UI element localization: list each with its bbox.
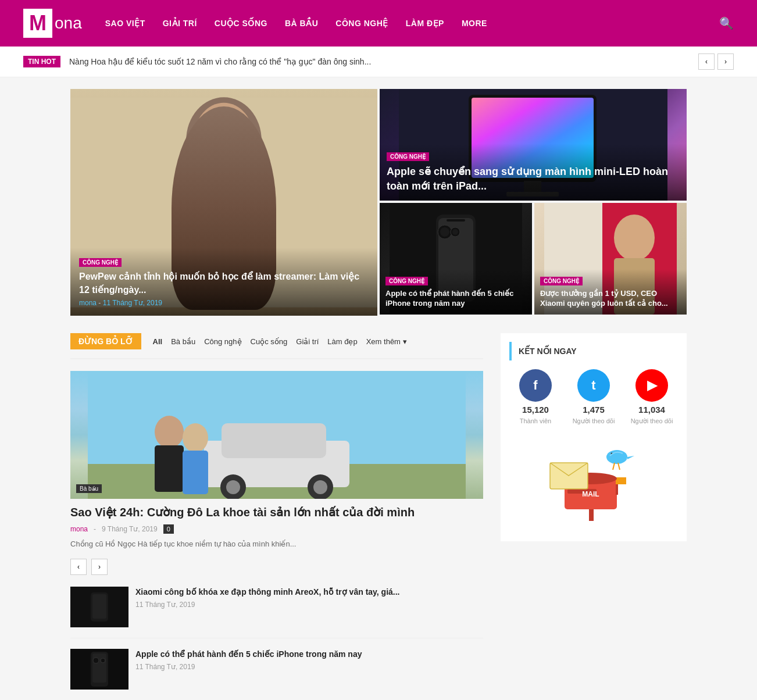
main-article-excerpt: Chồng cũ Hồ Ngọc Hà tiếp tục khoe niềm t… bbox=[70, 538, 483, 550]
svg-point-18 bbox=[452, 229, 458, 235]
mail-svg: MAIL bbox=[547, 445, 640, 521]
article-img-svg-1 bbox=[70, 587, 128, 627]
featured-grid: CÔNG NGHỆ PewPew cảnh tỉnh hội muốn bỏ h… bbox=[70, 89, 687, 316]
dont-miss-title: ĐỪNG BỎ LỠ bbox=[70, 333, 141, 349]
svg-point-30 bbox=[313, 480, 327, 494]
nav-sao-viet[interactable]: SAO VIỆT bbox=[105, 19, 145, 28]
article-img-svg-2 bbox=[70, 649, 128, 690]
svg-text:MAIL: MAIL bbox=[582, 490, 599, 498]
mail-illustration: MAIL bbox=[509, 434, 678, 533]
logo-icon: M bbox=[23, 9, 52, 38]
nav-more[interactable]: MORE bbox=[462, 19, 487, 28]
chevron-down-icon: ▾ bbox=[403, 337, 407, 346]
article-list-title: Apple có thể phát hành đến 5 chiếc iPhon… bbox=[135, 649, 483, 660]
featured-top-right-overlay: CÔNG NGHỆ Apple sẽ chuyển sang sử dụng m… bbox=[380, 144, 687, 201]
svg-rect-26 bbox=[222, 423, 326, 458]
main-article-author: mona bbox=[70, 525, 88, 533]
featured-bottom-right: CÔNG NGHỆ Apple có thể phát hành đến 5 c… bbox=[380, 203, 687, 315]
list-item[interactable]: Apple có thể phát hành đến 5 chiếc iPhon… bbox=[70, 649, 483, 701]
featured-top-right-title: Apple sẽ chuyển sang sử dụng màn hình mi… bbox=[387, 165, 680, 194]
svg-point-41 bbox=[93, 658, 99, 663]
nav-ba-bau[interactable]: BÀ BẦU bbox=[285, 19, 318, 28]
filter-ba-bau[interactable]: Bà bầu bbox=[171, 336, 195, 347]
youtube-icon[interactable]: ▶ bbox=[635, 369, 668, 402]
mini-pagination: ‹ › bbox=[70, 559, 483, 575]
header: M ona SAO VIỆT GIẢI TRÍ CUỘC SỐNG BÀ BẦU… bbox=[0, 0, 757, 47]
svg-rect-32 bbox=[155, 445, 184, 492]
svg-marker-62 bbox=[627, 456, 634, 459]
main-dont-miss-article[interactable]: Bà bầu Sao Việt 24h: Cường Đô La khoe tà… bbox=[70, 371, 483, 575]
svg-point-28 bbox=[226, 480, 240, 494]
sidebar-connect-title: KẾT NỐI NGAY bbox=[509, 342, 678, 360]
featured-right: CÔNG NGHỆ Apple sẽ chuyển sang sử dụng m… bbox=[380, 89, 687, 316]
filter-cong-nghe[interactable]: Công nghệ bbox=[204, 336, 241, 347]
twitter-label: Người theo dõi bbox=[573, 417, 615, 425]
nav-cong-nghe[interactable]: CÔNG NGHỆ bbox=[335, 19, 388, 28]
logo[interactable]: M ona bbox=[23, 9, 82, 38]
article-list-content: Xiaomi công bố khóa xe đạp thông minh Ar… bbox=[135, 587, 483, 627]
sidebar: KẾT NỐI NGAY f 15,120 Thành viên t 1,475… bbox=[501, 333, 687, 700]
filter-lam-dep[interactable]: Làm đẹp bbox=[327, 336, 357, 347]
facebook-count: 15,120 bbox=[522, 405, 549, 415]
filter-all[interactable]: All bbox=[153, 336, 163, 347]
featured-main-date: 11 Tháng Tư, 2019 bbox=[103, 299, 162, 307]
svg-rect-58 bbox=[616, 477, 626, 484]
featured-main-article[interactable]: CÔNG NGHỆ PewPew cảnh tỉnh hội muốn bỏ h… bbox=[70, 89, 377, 316]
nav-giai-tri[interactable]: GIẢI TRÍ bbox=[163, 19, 197, 28]
ticker-prev-button[interactable]: ‹ bbox=[698, 53, 715, 70]
featured-bottom-left-title: Apple có thể phát hành đến 5 chiếc iPhon… bbox=[385, 289, 526, 309]
youtube-widget: ▶ 11,034 Người theo dõi bbox=[626, 369, 678, 425]
featured-bottom-right-article[interactable]: CÔNG NGHỆ Được thưởng gần 1 tỷ USD, CEO … bbox=[534, 203, 687, 315]
facebook-label: Thành viên bbox=[520, 417, 551, 424]
social-section: KẾT NỐI NGAY f 15,120 Thành viên t 1,475… bbox=[501, 333, 687, 541]
youtube-count: 11,034 bbox=[638, 405, 665, 415]
main-article-category: Bà bầu bbox=[76, 484, 102, 493]
featured-main-meta: mona - 11 Tháng Tư, 2019 bbox=[79, 299, 369, 307]
twitter-icon[interactable]: t bbox=[577, 369, 610, 402]
ticker-bar: TIN HOT Nàng Hoa hậu để kiểu tóc suốt 12… bbox=[0, 47, 757, 77]
comment-count: 0 bbox=[163, 524, 174, 534]
featured-bottom-right-overlay: CÔNG NGHỆ Được thưởng gần 1 tỷ USD, CEO … bbox=[534, 269, 687, 315]
svg-line-66 bbox=[618, 463, 620, 470]
search-icon[interactable]: 🔍 bbox=[719, 16, 734, 30]
list-item[interactable]: Xiaomi công bố khóa xe đạp thông minh Ar… bbox=[70, 587, 483, 638]
article-list-image bbox=[70, 587, 128, 627]
article-list-date: 11 Tháng Tư, 2019 bbox=[135, 601, 483, 609]
svg-point-33 bbox=[183, 423, 208, 452]
ticker-next-button[interactable]: › bbox=[717, 53, 734, 70]
ticker-text: Nàng Hoa hậu để kiểu tóc suốt 12 năm vì … bbox=[69, 57, 690, 66]
featured-main-author: mona bbox=[79, 299, 97, 307]
nav-cuoc-song[interactable]: CUỘC SỐNG bbox=[215, 19, 267, 28]
nav-lam-dep[interactable]: LÀM ĐẸP bbox=[406, 19, 444, 28]
article-list-content: Apple có thể phát hành đến 5 chiếc iPhon… bbox=[135, 649, 483, 690]
car-svg bbox=[70, 371, 483, 499]
dont-miss-section: ĐỪNG BỎ LỠ All Bà bầu Công nghệ Cuộc sốn… bbox=[70, 333, 483, 700]
filter-giai-tri[interactable]: Giải trí bbox=[296, 336, 319, 347]
ticker-nav: ‹ › bbox=[698, 53, 734, 70]
article-list-title: Xiaomi công bố khóa xe đạp thông minh Ar… bbox=[135, 587, 483, 598]
main-article-date: 9 Tháng Tư, 2019 bbox=[102, 525, 158, 533]
svg-rect-4 bbox=[199, 167, 248, 232]
prev-page-button[interactable]: ‹ bbox=[70, 559, 87, 575]
featured-bottom-right-category: CÔNG NGHỆ bbox=[540, 277, 583, 285]
svg-line-65 bbox=[613, 463, 615, 470]
article-list: Xiaomi công bố khóa xe đạp thông minh Ar… bbox=[70, 587, 483, 701]
filter-cuoc-song[interactable]: Cuộc sống bbox=[251, 336, 288, 347]
filter-xem-them[interactable]: Xem thêm ▾ bbox=[366, 336, 407, 347]
featured-main-title: PewPew cảnh tỉnh hội muốn bỏ học để làm … bbox=[79, 270, 369, 297]
svg-point-3 bbox=[194, 103, 253, 173]
section-header: ĐỪNG BỎ LỠ All Bà bầu Công nghệ Cuộc sốn… bbox=[70, 333, 483, 359]
article-list-date: 11 Tháng Tư, 2019 bbox=[135, 663, 483, 671]
svg-point-1 bbox=[186, 97, 262, 183]
next-page-button[interactable]: › bbox=[91, 559, 108, 575]
facebook-icon[interactable]: f bbox=[519, 369, 552, 402]
featured-top-right-category: CÔNG NGHỆ bbox=[387, 152, 429, 161]
featured-bottom-left-overlay: CÔNG NGHỆ Apple có thể phát hành đến 5 c… bbox=[380, 269, 532, 315]
content-body: ĐỪNG BỎ LỠ All Bà bầu Công nghệ Cuộc sốn… bbox=[70, 333, 687, 700]
article-list-image bbox=[70, 649, 128, 690]
svg-point-31 bbox=[155, 416, 184, 448]
featured-top-right-article[interactable]: CÔNG NGHỆ Apple sẽ chuyển sang sử dụng m… bbox=[380, 89, 687, 201]
featured-bottom-left-article[interactable]: CÔNG NGHỆ Apple có thể phát hành đến 5 c… bbox=[380, 203, 532, 315]
main-article-meta: mona - 9 Tháng Tư, 2019 0 bbox=[70, 524, 483, 534]
featured-bottom-right-title: Được thưởng gần 1 tỷ USD, CEO Xiaomi quy… bbox=[540, 289, 681, 309]
